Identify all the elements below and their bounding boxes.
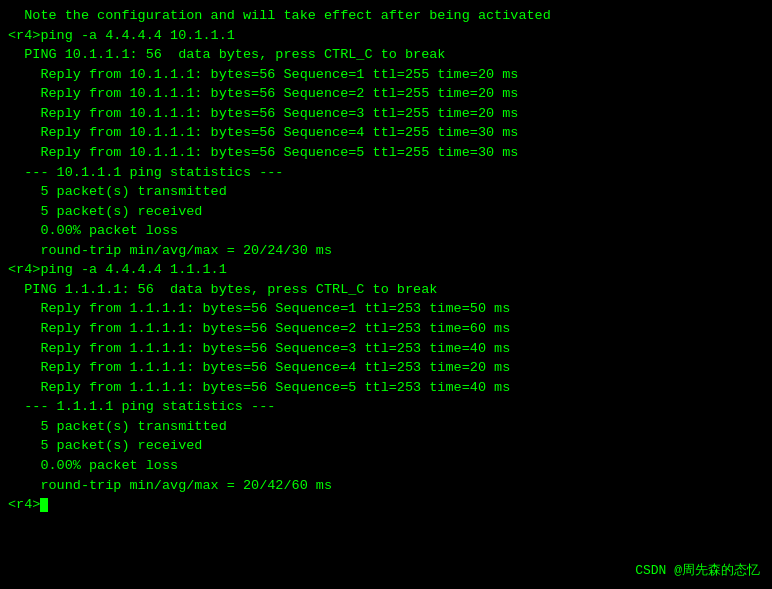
- terminal-line: <r4>ping -a 4.4.4.4 10.1.1.1: [8, 26, 764, 46]
- terminal-line: --- 10.1.1.1 ping statistics ---: [8, 163, 764, 183]
- terminal-line: <r4>: [8, 495, 764, 515]
- terminal-line: Reply from 1.1.1.1: bytes=56 Sequence=5 …: [8, 378, 764, 398]
- terminal-line: round-trip min/avg/max = 20/42/60 ms: [8, 476, 764, 496]
- terminal-line: Reply from 1.1.1.1: bytes=56 Sequence=3 …: [8, 339, 764, 359]
- terminal-line: Note the configuration and will take eff…: [8, 6, 764, 26]
- terminal-cursor: [40, 498, 48, 512]
- terminal-line: Reply from 1.1.1.1: bytes=56 Sequence=4 …: [8, 358, 764, 378]
- terminal-line: Reply from 10.1.1.1: bytes=56 Sequence=4…: [8, 123, 764, 143]
- terminal-line: Reply from 10.1.1.1: bytes=56 Sequence=1…: [8, 65, 764, 85]
- terminal-line: 5 packet(s) received: [8, 202, 764, 222]
- terminal-line: 0.00% packet loss: [8, 456, 764, 476]
- watermark: CSDN @周先森的态忆: [635, 561, 760, 579]
- terminal-line: PING 10.1.1.1: 56 data bytes, press CTRL…: [8, 45, 764, 65]
- terminal-line: Reply from 1.1.1.1: bytes=56 Sequence=1 …: [8, 299, 764, 319]
- terminal-line: --- 1.1.1.1 ping statistics ---: [8, 397, 764, 417]
- terminal-output: Note the configuration and will take eff…: [8, 6, 764, 515]
- terminal-line: Reply from 10.1.1.1: bytes=56 Sequence=3…: [8, 104, 764, 124]
- terminal-line: round-trip min/avg/max = 20/24/30 ms: [8, 241, 764, 261]
- terminal: Note the configuration and will take eff…: [0, 0, 772, 589]
- terminal-line: Reply from 1.1.1.1: bytes=56 Sequence=2 …: [8, 319, 764, 339]
- terminal-line: Reply from 10.1.1.1: bytes=56 Sequence=2…: [8, 84, 764, 104]
- terminal-line: <r4>ping -a 4.4.4.4 1.1.1.1: [8, 260, 764, 280]
- terminal-line: Reply from 10.1.1.1: bytes=56 Sequence=5…: [8, 143, 764, 163]
- terminal-line: 0.00% packet loss: [8, 221, 764, 241]
- terminal-line: 5 packet(s) transmitted: [8, 417, 764, 437]
- terminal-line: 5 packet(s) transmitted: [8, 182, 764, 202]
- terminal-line: 5 packet(s) received: [8, 436, 764, 456]
- terminal-line: PING 1.1.1.1: 56 data bytes, press CTRL_…: [8, 280, 764, 300]
